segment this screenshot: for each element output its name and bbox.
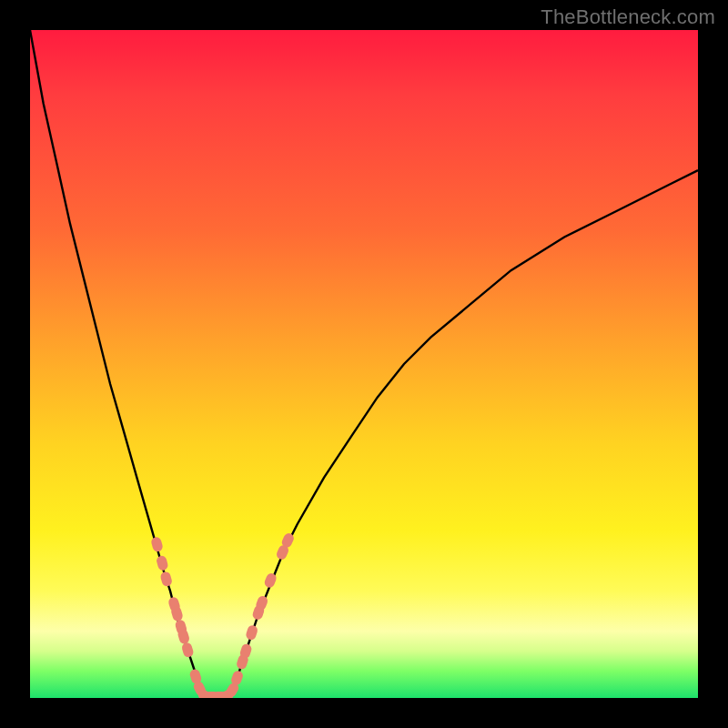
watermark-text: TheBottleneck.com xyxy=(541,5,715,29)
marker-point xyxy=(159,571,173,587)
plot-area xyxy=(30,30,698,698)
bottleneck-curve xyxy=(30,30,698,698)
marker-point xyxy=(245,624,258,642)
marker-point xyxy=(181,642,195,658)
curve-svg xyxy=(30,30,698,698)
marker-group xyxy=(150,531,296,698)
marker-point xyxy=(156,555,169,571)
chart-frame: TheBottleneck.com xyxy=(0,0,728,728)
marker-point xyxy=(150,536,164,552)
